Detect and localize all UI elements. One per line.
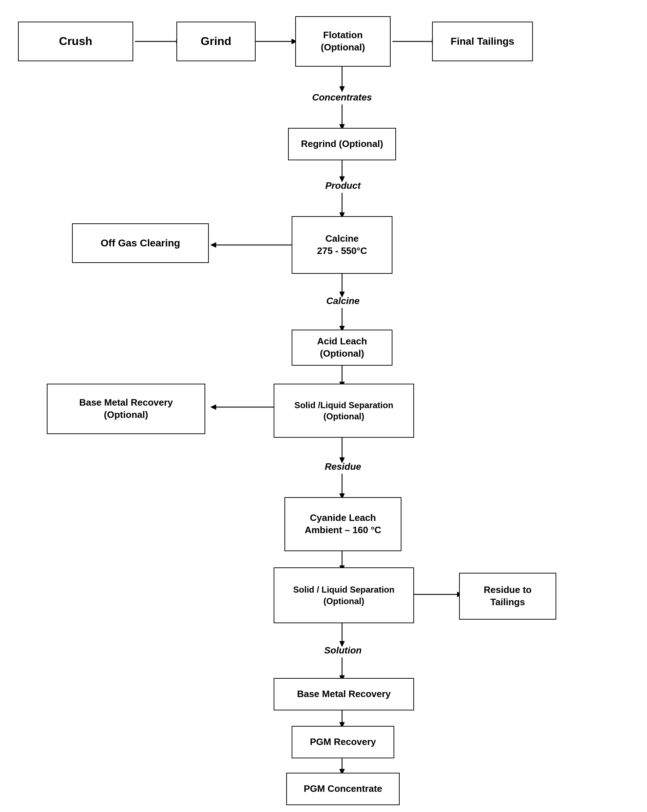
grind-box: Grind <box>177 21 256 61</box>
base-metal-optional-box: Base Metal Recovery (Optional) <box>47 384 205 434</box>
product-label: Product <box>313 180 373 191</box>
crush-box: Crush <box>18 21 133 61</box>
acid-leach-box: Acid Leach (Optional) <box>292 330 393 366</box>
solid-liquid-1-box: Solid /Liquid Separation (Optional) <box>274 384 414 438</box>
regrind-box: Regrind (Optional) <box>288 128 396 160</box>
residue-tailings-box: Residue to Tailings <box>459 573 556 620</box>
residue-label: Residue <box>315 461 371 472</box>
svg-marker-7 <box>339 87 344 92</box>
pgm-recovery-box: PGM Recovery <box>292 726 394 758</box>
svg-marker-15 <box>211 243 216 247</box>
solution-label: Solution <box>315 645 371 656</box>
diagram: Crush Grind Flotation (Optional) Final T… <box>0 0 647 812</box>
base-metal-recovery-box: Base Metal Recovery <box>274 678 414 710</box>
calcine-label: Calcine <box>315 295 371 307</box>
final-tailings-box: Final Tailings <box>432 21 533 61</box>
pgm-concentrate-box: PGM Concentrate <box>286 773 400 805</box>
off-gas-box: Off Gas Clearing <box>72 223 209 263</box>
concentrates-label: Concentrates <box>303 92 382 103</box>
calcine-box: Calcine 275 - 550°C <box>292 216 393 274</box>
svg-marker-23 <box>211 404 216 410</box>
flotation-box: Flotation (Optional) <box>295 16 391 67</box>
cyanide-leach-box: Cyanide Leach Ambient – 160 °C <box>285 497 402 551</box>
solid-liquid-2-box: Solid / Liquid Separation (Optional) <box>274 568 414 623</box>
